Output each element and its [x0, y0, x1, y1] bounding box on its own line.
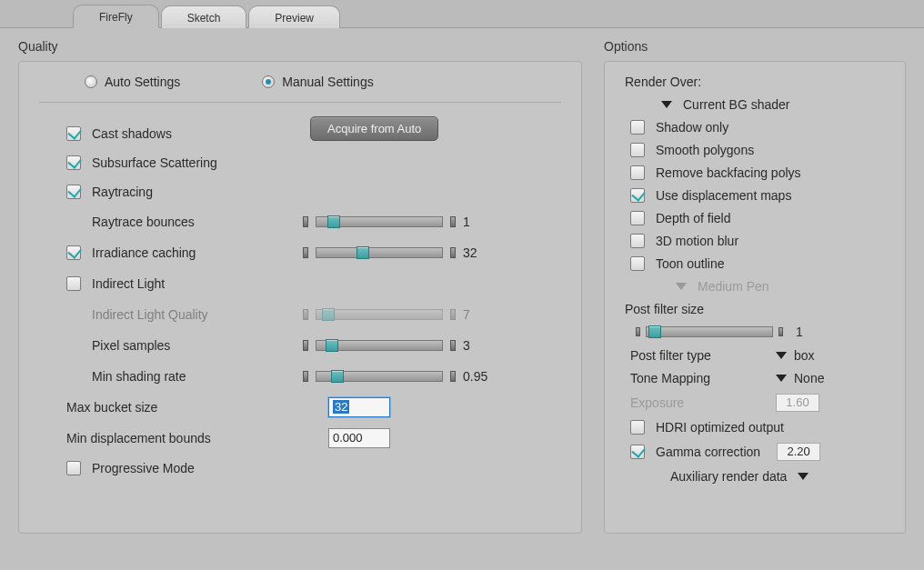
pixel-samples-slider[interactable]	[303, 340, 456, 351]
subsurface-scattering-label: Subsurface Scattering	[92, 155, 217, 170]
triangle-down-icon	[776, 352, 787, 359]
exposure-label: Exposure	[630, 395, 776, 410]
irradiance-caching-value: 32	[463, 245, 503, 260]
max-bucket-size-label: Max bucket size	[66, 400, 328, 415]
shadow-only-label: Shadow only	[656, 120, 728, 135]
indirect-light-quality-label: Indirect Light Quality	[66, 307, 303, 322]
triangle-down-icon	[676, 283, 687, 290]
auto-settings-radio[interactable]: Auto Settings	[85, 75, 180, 89]
indirect-light-quality-slider	[303, 309, 456, 320]
triangle-down-icon	[661, 101, 672, 108]
tab-preview[interactable]: Preview	[248, 5, 340, 28]
render-over-label: Render Over:	[625, 75, 701, 89]
hdri-checkbox[interactable]	[630, 420, 645, 435]
post-filter-size-value: 1	[796, 325, 836, 339]
radio-icon	[85, 75, 97, 88]
motion-blur-checkbox[interactable]	[630, 234, 645, 248]
slider-cap-icon	[450, 340, 456, 351]
raytrace-bounces-label: Raytrace bounces	[66, 215, 303, 229]
gamma-correction-checkbox[interactable]	[630, 445, 645, 459]
min-shading-rate-slider[interactable]	[303, 371, 456, 382]
slider-cap-icon	[303, 371, 308, 382]
aux-render-data-dropdown[interactable]: Auxiliary render data	[621, 469, 889, 484]
aux-render-data-label: Auxiliary render data	[670, 469, 787, 484]
smooth-polygons-checkbox[interactable]	[630, 143, 645, 157]
max-bucket-size-field[interactable]: 32	[328, 397, 390, 417]
auto-settings-label: Auto Settings	[105, 75, 180, 89]
progressive-mode-checkbox[interactable]	[66, 461, 81, 475]
irradiance-caching-checkbox[interactable]	[66, 245, 81, 260]
slider-cap-icon	[778, 327, 783, 336]
toon-pen-value: Medium Pen	[698, 279, 769, 294]
tone-mapping-value: None	[794, 371, 824, 385]
slider-cap-icon	[303, 309, 308, 320]
use-displacement-checkbox[interactable]	[630, 188, 645, 203]
slider-cap-icon	[450, 371, 456, 382]
indirect-light-checkbox[interactable]	[66, 276, 81, 291]
slider-cap-icon	[636, 327, 640, 336]
min-shading-rate-value: 0.95	[463, 369, 503, 384]
post-filter-size-slider[interactable]: 1	[636, 325, 889, 339]
slider-cap-icon	[450, 216, 456, 227]
tone-mapping-label: Tone Mapping	[630, 371, 776, 385]
quality-title: Quality	[18, 39, 582, 54]
min-displacement-bounds-field[interactable]: 0.000	[328, 428, 390, 448]
bg-shader-value: Current BG shader	[683, 97, 790, 112]
indirect-light-label: Indirect Light	[92, 276, 165, 291]
irradiance-caching-label: Irradiance caching	[92, 245, 196, 260]
min-shading-rate-label: Min shading rate	[66, 369, 303, 384]
bg-shader-dropdown[interactable]: Current BG shader	[621, 97, 889, 112]
tab-sketch[interactable]: Sketch	[161, 5, 247, 28]
raytracing-label: Raytracing	[92, 185, 153, 199]
manual-settings-radio[interactable]: Manual Settings	[262, 75, 373, 89]
pixel-samples-value: 3	[463, 338, 503, 353]
post-filter-type-dropdown[interactable]: box	[776, 348, 815, 363]
triangle-down-icon	[798, 473, 808, 480]
slider-cap-icon	[303, 340, 308, 351]
depth-of-field-checkbox[interactable]	[630, 211, 645, 225]
raytrace-bounces-value: 1	[463, 215, 503, 229]
gamma-correction-label: Gamma correction	[656, 445, 760, 459]
min-displacement-bounds-label: Min displacement bounds	[66, 431, 328, 445]
progressive-mode-label: Progressive Mode	[92, 461, 195, 475]
irradiance-caching-slider[interactable]	[303, 247, 456, 258]
manual-settings-label: Manual Settings	[282, 75, 373, 89]
pixel-samples-label: Pixel samples	[66, 338, 303, 353]
cast-shadows-label: Cast shadows	[92, 126, 172, 141]
triangle-down-icon	[776, 375, 787, 382]
acquire-from-auto-button[interactable]: Acquire from Auto	[310, 116, 438, 141]
post-filter-size-label: Post filter size	[625, 302, 704, 316]
post-filter-type-value: box	[794, 348, 815, 363]
exposure-field: 1.60	[776, 394, 819, 412]
slider-cap-icon	[303, 247, 308, 258]
toon-outline-label: Toon outline	[656, 256, 725, 271]
subsurface-scattering-checkbox[interactable]	[66, 155, 81, 170]
toon-outline-checkbox[interactable]	[630, 256, 645, 271]
slider-cap-icon	[303, 216, 308, 227]
indirect-light-quality-value: 7	[463, 307, 503, 322]
remove-backfacing-label: Remove backfacing polys	[656, 165, 801, 180]
raytracing-checkbox[interactable]	[66, 185, 81, 199]
hdri-label: HDRI optimized output	[656, 420, 784, 435]
radio-icon	[262, 75, 275, 88]
depth-of-field-label: Depth of field	[656, 211, 731, 225]
use-displacement-label: Use displacement maps	[656, 188, 791, 203]
slider-cap-icon	[450, 247, 456, 258]
cast-shadows-checkbox[interactable]	[66, 126, 81, 141]
motion-blur-label: 3D motion blur	[656, 234, 738, 248]
toon-pen-dropdown: Medium Pen	[621, 279, 889, 294]
smooth-polygons-label: Smooth polygons	[656, 143, 754, 157]
tab-firefly[interactable]: FireFly	[73, 5, 159, 28]
raytrace-bounces-slider[interactable]	[303, 216, 456, 227]
slider-cap-icon	[450, 309, 456, 320]
options-title: Options	[604, 39, 906, 54]
shadow-only-checkbox[interactable]	[630, 120, 645, 135]
post-filter-type-label: Post filter type	[630, 348, 776, 363]
gamma-correction-field[interactable]: 2.20	[777, 443, 820, 461]
remove-backfacing-checkbox[interactable]	[630, 165, 645, 180]
tone-mapping-dropdown[interactable]: None	[776, 371, 824, 385]
